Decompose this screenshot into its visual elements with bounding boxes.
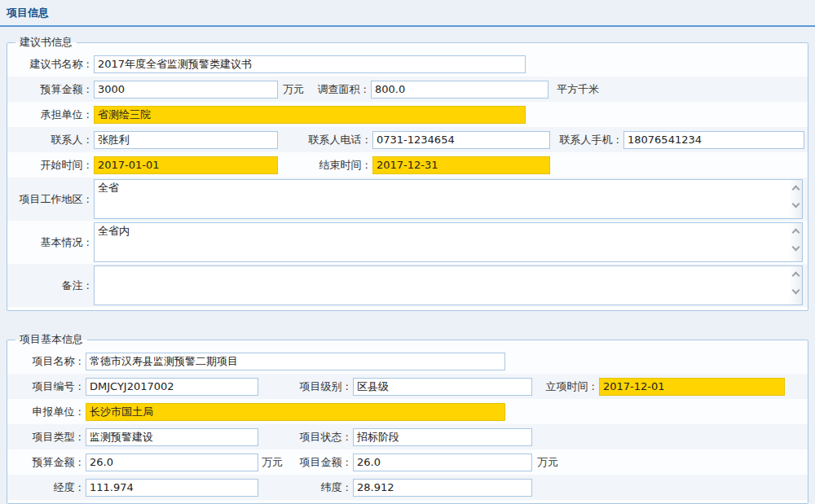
project-budget-row: 预算金额 : 万元 项目金额 : 万元 [7,449,808,475]
remark-row: 备注 : [7,264,808,307]
longitude-input[interactable] [86,479,258,497]
contact-phone-input[interactable] [372,131,550,149]
textarea-scrollbar[interactable] [789,266,802,305]
proposal-budget-input[interactable] [94,81,278,99]
project-level-input[interactable] [353,378,532,396]
basic-info-row: 基本情况 : 全省内 [7,221,808,264]
project-status-label: 项目状态 : [258,430,353,445]
undertaker-input[interactable] [94,106,526,124]
project-type-label: 项目类型 : [7,430,86,445]
approval-date-label: 立项时间 : [532,379,599,394]
project-name-row: 项目名称 : [7,348,808,374]
proposal-name-label: 建议书名称 : [7,57,94,72]
textarea-scrollbar[interactable] [789,180,802,218]
contact-label: 联系人 : [7,133,94,147]
proposal-name-row: 建议书名称 : [7,51,808,77]
declare-unit-label: 申报单位 : [7,405,86,419]
proposal-name-input[interactable] [94,55,526,73]
start-date-input[interactable] [94,156,278,174]
project-budget-unit-label: 万元 [262,455,283,470]
project-budget-label: 预算金额 : [7,455,86,470]
contact-row: 联系人 : 联系人电话 : 联系人手机 : [7,127,808,152]
project-info-page: 项目信息 建议书信息 建议书名称 : 预算金额 : 万元 调查面积 : 平方千米… [0,0,815,504]
survey-area-label: 调查面积 : [304,82,371,97]
latitude-label: 纬度 : [258,480,353,495]
project-name-label: 项目名称 : [7,354,86,369]
end-date-input[interactable] [372,156,550,174]
proposal-info-section: 建议书信息 建议书名称 : 预算金额 : 万元 调查面积 : 平方千米 承担单位… [7,35,808,311]
undertaker-label: 承担单位 : [7,107,94,122]
contact-input[interactable] [94,131,278,149]
contact-mobile-label: 联系人手机 : [550,133,623,147]
project-section-legend: 项目基本信息 [15,332,87,347]
contact-mobile-input[interactable] [623,131,804,149]
scroll-down-icon[interactable] [791,200,800,208]
project-code-input[interactable] [86,378,258,396]
contact-phone-label: 联系人电话 : [278,133,372,147]
longitude-label: 经度 : [7,480,86,495]
project-type-input[interactable] [86,428,258,446]
scroll-up-icon[interactable] [791,229,800,237]
project-amount-unit-label: 万元 [537,455,558,470]
scroll-up-icon[interactable] [791,272,800,280]
project-basic-info-section: 项目基本信息 项目名称 : 项目编号 : 项目级别 : 立项时间 : 申报单位 … [7,332,808,504]
proposal-budget-label: 预算金额 : [7,82,94,97]
declare-unit-input[interactable] [86,403,505,421]
budget-unit-label: 万元 [283,82,304,97]
work-area-textarea[interactable]: 全省 [94,179,803,219]
work-area-label: 项目工作地区 : [7,177,94,221]
coordinates-row: 经度 : 纬度 : [7,475,808,500]
scroll-down-icon[interactable] [791,243,800,252]
textarea-scrollbar[interactable] [789,223,802,261]
project-level-label: 项目级别 : [258,379,353,394]
basic-info-label: 基本情况 : [7,221,94,264]
scroll-down-icon[interactable] [791,287,800,295]
proposal-budget-row: 预算金额 : 万元 调查面积 : 平方千米 [7,77,808,102]
basic-info-field: 全省内 [94,222,803,262]
project-code-row: 项目编号 : 项目级别 : 立项时间 : [7,374,808,399]
project-amount-input[interactable] [353,454,532,471]
project-name-input[interactable] [86,353,505,370]
undertaker-row: 承担单位 : [7,102,808,127]
project-budget-input[interactable] [86,454,258,471]
basic-info-textarea[interactable]: 全省内 [94,222,803,262]
dates-row: 开始时间 : 结束时间 : [7,152,808,177]
survey-area-input[interactable] [371,81,548,99]
page-title: 项目信息 [0,0,815,27]
scroll-up-icon[interactable] [791,186,800,194]
work-area-field: 全省 [94,179,803,219]
approval-date-input[interactable] [599,378,785,396]
project-status-input[interactable] [353,428,532,446]
latitude-input[interactable] [353,479,532,497]
declare-unit-row: 申报单位 : [7,399,808,424]
start-date-label: 开始时间 : [7,158,94,173]
remark-label: 备注 : [7,264,94,307]
proposal-section-legend: 建议书信息 [15,35,77,50]
project-type-row: 项目类型 : 项目状态 : [7,424,808,449]
work-area-row: 项目工作地区 : 全省 [7,177,808,221]
project-code-label: 项目编号 : [7,379,86,394]
end-date-label: 结束时间 : [278,158,372,173]
survey-area-unit-label: 平方千米 [557,82,599,97]
remark-field [94,265,803,305]
project-amount-label: 项目金额 : [283,455,353,470]
remark-textarea[interactable] [94,265,803,305]
